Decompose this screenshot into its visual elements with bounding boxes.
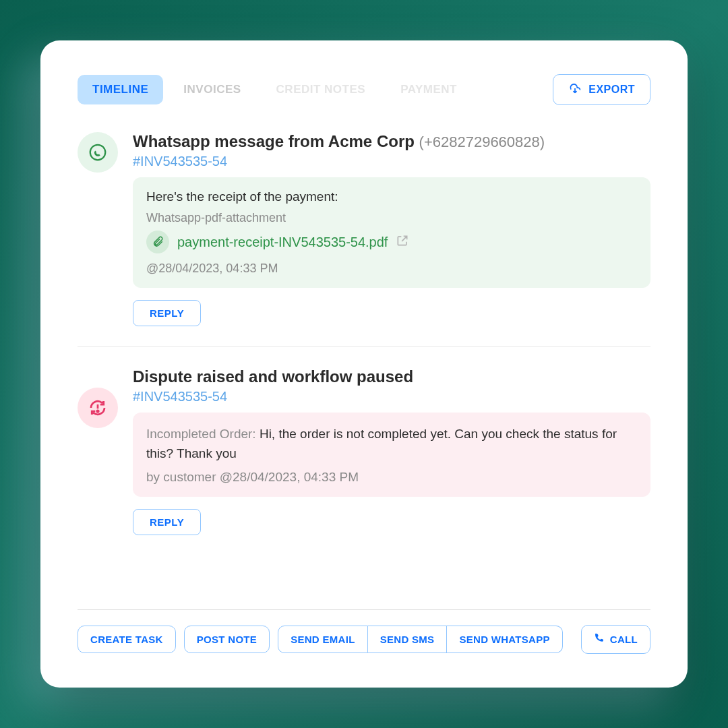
message-text: Here's the receipt of the payment: (146, 189, 637, 204)
external-link-icon[interactable] (396, 234, 409, 250)
entry-title: Dispute raised and workflow paused (133, 367, 650, 386)
reply-button[interactable]: REPLY (133, 509, 201, 535)
timeline-card: TIMELINE INVOICES CREDIT NOTES PAYMENT E… (40, 40, 688, 688)
message-box: Here's the receipt of the payment: Whats… (133, 177, 650, 288)
dispute-icon (78, 388, 118, 428)
call-label: CALL (610, 634, 638, 645)
tab-invoices[interactable]: INVOICES (169, 75, 255, 104)
dispute-category-label: Incompleted Order: (146, 427, 260, 441)
cloud-download-icon (568, 82, 582, 98)
timeline-entry-dispute: Dispute raised and workflow paused #INV5… (78, 367, 650, 545)
send-group: SEND EMAIL SEND SMS SEND WHATSAPP (278, 626, 563, 653)
tabs-row: TIMELINE INVOICES CREDIT NOTES PAYMENT E… (78, 74, 650, 105)
paperclip-icon (146, 231, 169, 253)
divider (78, 609, 650, 610)
export-label: EXPORT (588, 84, 635, 96)
attachment-filename: payment-receipt-INV543535-54.pdf (177, 235, 388, 250)
dispute-body: Incompleted Order: Hi, the order is not … (146, 425, 637, 463)
invoice-link[interactable]: #INV543535-54 (133, 389, 227, 404)
whatsapp-icon (78, 132, 118, 173)
send-sms-button[interactable]: SEND SMS (368, 626, 448, 653)
message-box: Incompleted Order: Hi, the order is not … (133, 413, 650, 497)
action-bar: CREATE TASK POST NOTE SEND EMAIL SEND SM… (78, 625, 650, 654)
tabs: TIMELINE INVOICES CREDIT NOTES PAYMENT (78, 75, 472, 104)
post-note-button[interactable]: POST NOTE (184, 626, 270, 653)
entry-body: Whatsapp message from Acme Corp (+628272… (133, 132, 650, 326)
timestamp: @28/04/2023, 04:33 PM (146, 262, 637, 276)
create-task-button[interactable]: CREATE TASK (78, 626, 176, 653)
attachment-type-label: Whatsapp-pdf-attachment (146, 211, 637, 225)
phone-icon (594, 633, 605, 646)
invoice-link[interactable]: #INV543535-54 (133, 154, 227, 169)
send-email-button[interactable]: SEND EMAIL (278, 626, 368, 653)
phone-number: (+6282729660828) (419, 133, 545, 150)
timeline-entry-whatsapp: Whatsapp message from Acme Corp (+628272… (78, 132, 650, 347)
send-whatsapp-button[interactable]: SEND WHATSAPP (447, 626, 562, 653)
entry-body: Dispute raised and workflow paused #INV5… (133, 367, 650, 535)
reply-button[interactable]: REPLY (133, 300, 201, 326)
call-button[interactable]: CALL (581, 625, 650, 654)
byline: by customer @28/04/2023, 04:33 PM (146, 470, 637, 485)
svg-point-0 (90, 145, 106, 160)
tab-credit-notes[interactable]: CREDIT NOTES (262, 75, 381, 104)
svg-point-2 (97, 411, 99, 413)
entry-title: Whatsapp message from Acme Corp (+628272… (133, 132, 650, 151)
attachment-row[interactable]: payment-receipt-INV543535-54.pdf (146, 231, 637, 253)
export-button[interactable]: EXPORT (553, 74, 650, 105)
timeline-list: Whatsapp message from Acme Corp (+628272… (78, 132, 650, 609)
tab-timeline[interactable]: TIMELINE (78, 75, 163, 104)
tab-payment[interactable]: PAYMENT (386, 75, 472, 104)
